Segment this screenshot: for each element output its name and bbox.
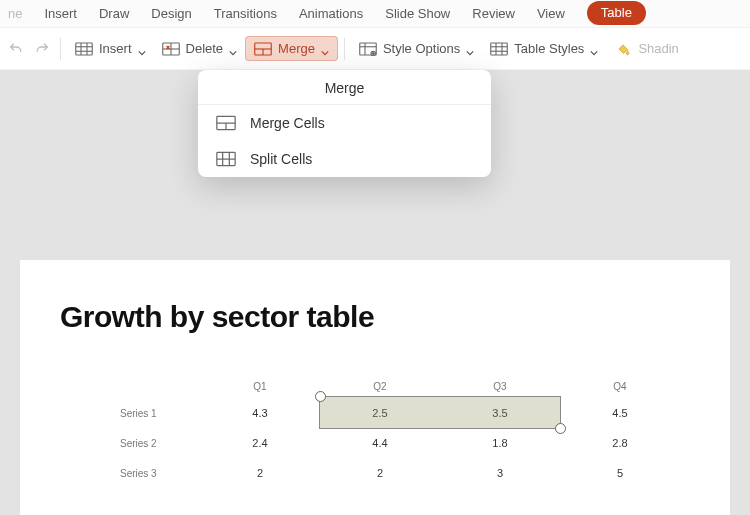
tab-review[interactable]: Review bbox=[472, 6, 515, 27]
split-cells-icon bbox=[216, 151, 236, 167]
ribbon-shading[interactable]: Shadin bbox=[606, 37, 686, 60]
table-styleoptions-icon bbox=[359, 42, 377, 56]
tab-design[interactable]: Design bbox=[151, 6, 191, 27]
ribbon-insert-label: Insert bbox=[99, 41, 132, 56]
col-header: Q3 bbox=[440, 379, 560, 398]
menu-merge-cells-label: Merge Cells bbox=[250, 115, 325, 131]
table-cell[interactable]: 3 bbox=[440, 458, 560, 488]
table-cell[interactable]: 2.8 bbox=[560, 428, 680, 458]
chevron-down-icon bbox=[138, 45, 146, 53]
chevron-down-icon bbox=[466, 45, 474, 53]
table-delete-icon bbox=[162, 42, 180, 56]
table-cell[interactable]: 3.5 bbox=[440, 398, 560, 428]
divider bbox=[60, 38, 61, 60]
ribbon-insert[interactable]: Insert bbox=[67, 37, 154, 60]
ribbon-shading-label: Shadin bbox=[638, 41, 678, 56]
chevron-down-icon bbox=[590, 45, 598, 53]
svg-rect-0 bbox=[76, 43, 93, 55]
ribbon-toolbar: Insert Delete Merge Style Options Table … bbox=[0, 28, 750, 70]
table-cell[interactable]: 4.4 bbox=[320, 428, 440, 458]
col-header: Q2 bbox=[320, 379, 440, 398]
ribbon-merge-label: Merge bbox=[278, 41, 315, 56]
ribbon-merge[interactable]: Merge bbox=[245, 36, 338, 61]
slide-title[interactable]: Growth by sector table bbox=[60, 300, 690, 334]
table-insert-icon bbox=[75, 42, 93, 56]
ribbon-delete-label: Delete bbox=[186, 41, 224, 56]
merge-dropdown-title: Merge bbox=[198, 70, 491, 105]
table-cell[interactable]: 1.8 bbox=[440, 428, 560, 458]
table-cell[interactable]: 2.4 bbox=[200, 428, 320, 458]
paint-bucket-icon bbox=[614, 42, 632, 56]
ribbon-tablestyles-label: Table Styles bbox=[514, 41, 584, 56]
tab-home[interactable]: ne bbox=[8, 6, 22, 27]
ribbon-delete[interactable]: Delete bbox=[154, 37, 246, 60]
redo-button[interactable] bbox=[34, 41, 50, 57]
table-cell[interactable]: 4.3 bbox=[200, 398, 320, 428]
table-cell[interactable]: 2 bbox=[320, 458, 440, 488]
divider bbox=[344, 38, 345, 60]
menu-split-cells-label: Split Cells bbox=[250, 151, 312, 167]
row-header: Series 1 bbox=[120, 398, 200, 428]
ribbon-styleoptions-label: Style Options bbox=[383, 41, 460, 56]
tab-view[interactable]: View bbox=[537, 6, 565, 27]
row-header: Series 3 bbox=[120, 458, 200, 488]
ribbon-tabs: ne Insert Draw Design Transitions Animat… bbox=[0, 0, 750, 28]
ribbon-style-options[interactable]: Style Options bbox=[351, 37, 482, 60]
merge-cells-icon bbox=[216, 115, 236, 131]
tab-table[interactable]: Table bbox=[587, 1, 646, 25]
menu-split-cells[interactable]: Split Cells bbox=[198, 141, 491, 177]
svg-rect-18 bbox=[491, 43, 508, 55]
col-header: Q1 bbox=[200, 379, 320, 398]
table-cell[interactable]: 2.5 bbox=[320, 398, 440, 428]
table-cell[interactable]: 5 bbox=[560, 458, 680, 488]
tab-draw[interactable]: Draw bbox=[99, 6, 129, 27]
col-header: Q4 bbox=[560, 379, 680, 398]
data-table[interactable]: Q1 Q2 Q3 Q4 Series 1 4.3 2.5 3.5 4.5 Ser… bbox=[120, 379, 680, 488]
undo-button[interactable] bbox=[8, 41, 24, 57]
slide[interactable]: Growth by sector table Q1 Q2 Q3 Q4 Serie… bbox=[20, 260, 730, 515]
chevron-down-icon bbox=[229, 45, 237, 53]
table-cell[interactable]: 2 bbox=[200, 458, 320, 488]
merge-dropdown: Merge Merge Cells Split Cells bbox=[198, 70, 491, 177]
ribbon-table-styles[interactable]: Table Styles bbox=[482, 37, 606, 60]
table-cell[interactable]: 4.5 bbox=[560, 398, 680, 428]
chevron-down-icon bbox=[321, 45, 329, 53]
tab-transitions[interactable]: Transitions bbox=[214, 6, 277, 27]
svg-point-17 bbox=[372, 52, 374, 54]
tab-slideshow[interactable]: Slide Show bbox=[385, 6, 450, 27]
tab-insert[interactable]: Insert bbox=[44, 6, 77, 27]
table-merge-icon bbox=[254, 42, 272, 56]
row-header: Series 2 bbox=[120, 428, 200, 458]
tab-animations[interactable]: Animations bbox=[299, 6, 363, 27]
menu-merge-cells[interactable]: Merge Cells bbox=[198, 105, 491, 141]
table-styles-icon bbox=[490, 42, 508, 56]
